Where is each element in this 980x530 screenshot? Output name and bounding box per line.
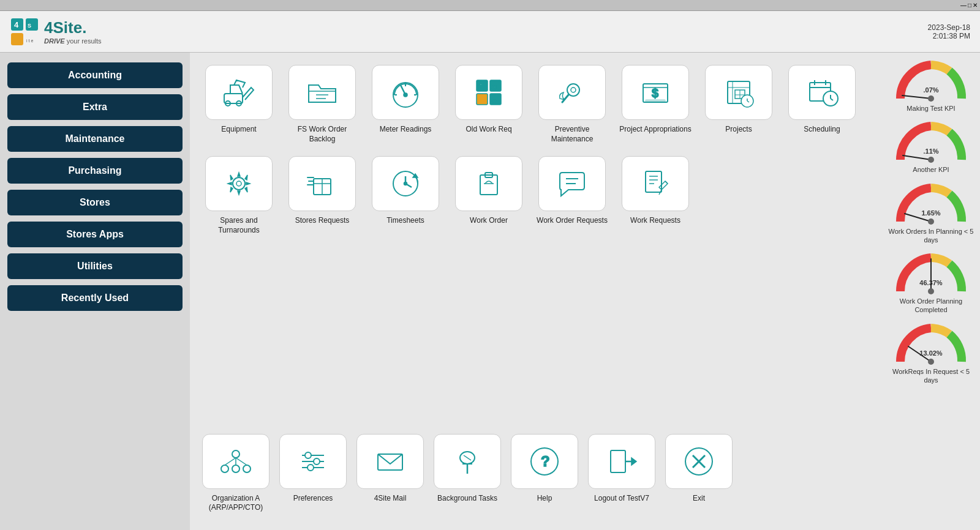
kpi-another: .11% Another KPI	[888, 120, 974, 174]
svg-text:.07%: .07%	[923, 86, 938, 94]
kpi-gauge-svg-5: 13.02%	[891, 322, 971, 366]
app-work-order-requests[interactable]: Work Order Requests	[535, 156, 609, 235]
app-exit-label: Exit	[693, 494, 705, 504]
content-area: Equipment FS Work Order Backlog	[190, 53, 882, 530]
app-logout[interactable]: Logout of TestV7	[588, 434, 655, 513]
svg-point-25	[571, 88, 576, 92]
app-scheduling-label: Scheduling	[804, 125, 840, 135]
app-old-work-req[interactable]: 4 Si te Old Work Req	[452, 65, 526, 144]
logo-icon: 4 S i t e	[10, 17, 39, 47]
main-area: Accounting Extra Maintenance Purchasing …	[0, 53, 980, 530]
app-org-label: Organization A(ARP/APP/CTO)	[209, 494, 263, 513]
app-org-a[interactable]: Organization A(ARP/APP/CTO)	[202, 434, 270, 513]
kpi-wo-planning-completed: 46.37% Work Order Planning Completed	[888, 252, 974, 315]
svg-point-99	[928, 218, 934, 225]
svg-line-72	[236, 458, 247, 465]
app-work-order[interactable]: Work Order	[452, 156, 526, 235]
app-grid-row1: Equipment FS Work Order Backlog	[202, 65, 870, 144]
svg-point-66	[232, 450, 239, 458]
svg-rect-85	[611, 450, 625, 472]
svg-point-96	[928, 157, 934, 163]
svg-point-93	[928, 95, 934, 102]
app-timesheets[interactable]: Timesheets	[369, 156, 442, 235]
sidebar-item-stores-apps[interactable]: Stores Apps	[7, 222, 183, 247]
app-project-appropriations[interactable]: $ Project Appropriations	[619, 65, 692, 144]
app-stores-req-label: Stores Requests	[295, 216, 350, 226]
svg-text:1.65%: 1.65%	[921, 209, 940, 217]
app-scheduling[interactable]: Scheduling	[785, 65, 859, 144]
sidebar-item-stores[interactable]: Stores	[7, 190, 183, 215]
maximize-button[interactable]: □	[968, 2, 971, 9]
logo-text: 4Site. DRIVE your results	[44, 18, 102, 45]
kpi-making-test-label: Making Test KPI	[907, 104, 955, 113]
datetime: 2023-Sep-18 2:01:38 PM	[928, 23, 970, 40]
svg-rect-19	[477, 94, 488, 105]
kpi-gauge-svg-2: .11%	[891, 120, 971, 164]
svg-line-95	[903, 155, 931, 160]
sidebar-item-purchasing[interactable]: Purchasing	[7, 158, 183, 184]
app-work-requests[interactable]: Work Requests	[619, 156, 692, 235]
app-projects[interactable]: Projects	[702, 65, 775, 144]
app-spares[interactable]: Spares and Turnarounds	[202, 156, 276, 235]
app-work-req-label: Work Requests	[630, 216, 680, 226]
app-projects-label: Projects	[725, 125, 752, 135]
app-help[interactable]: ? Help	[511, 434, 578, 513]
app-background-tasks[interactable]: Background Tasks	[434, 434, 501, 513]
app-preventive-maintenance[interactable]: Preventive Maintenance	[535, 65, 609, 144]
svg-point-67	[221, 465, 228, 472]
sidebar-item-extra[interactable]: Extra	[7, 94, 183, 120]
sidebar: Accounting Extra Maintenance Purchasing …	[0, 53, 190, 530]
sidebar-item-maintenance[interactable]: Maintenance	[7, 126, 183, 152]
header: 4 S i t e 4Site. DRIVE your results 2023…	[0, 11, 980, 53]
close-button[interactable]: ✕	[973, 2, 978, 9]
svg-text:46.37%: 46.37%	[919, 279, 943, 286]
app-meter-readings[interactable]: Meter Readings	[369, 65, 442, 144]
svg-point-44	[233, 177, 245, 190]
svg-marker-87	[631, 458, 636, 465]
brand-name: 4Site.	[44, 18, 102, 37]
app-exit[interactable]: Exit	[665, 434, 733, 513]
logo-area: 4 S i t e 4Site. DRIVE your results	[10, 17, 102, 47]
app-equipment-label: Equipment	[221, 125, 256, 135]
minimize-button[interactable]: —	[960, 2, 967, 9]
sidebar-item-recently-used[interactable]: Recently Used	[7, 285, 183, 311]
app-help-label: Help	[537, 494, 552, 504]
kpi-wo-planning-label: Work Orders In Planning < 5 days	[888, 227, 974, 245]
app-grid-row2: Spares and Turnarounds Stores Req	[202, 156, 870, 235]
app-equipment[interactable]: Equipment	[202, 65, 276, 144]
svg-point-69	[243, 465, 251, 472]
svg-text:4: 4	[14, 20, 19, 29]
app-4site-mail[interactable]: 4Site Mail	[356, 434, 424, 513]
sidebar-item-accounting[interactable]: Accounting	[7, 62, 183, 88]
app-wo-requests-label: Work Order Requests	[537, 216, 608, 226]
svg-point-105	[928, 359, 934, 365]
svg-point-53	[404, 182, 407, 185]
svg-text:S: S	[28, 23, 31, 29]
kpi-work-orders-planning: 1.65% Work Orders In Planning < 5 days	[888, 182, 974, 245]
title-bar: — □ ✕	[0, 0, 980, 11]
app-pm-label: Preventive Maintenance	[535, 125, 609, 144]
svg-text:i t e: i t e	[26, 39, 33, 43]
app-timesheets-label: Timesheets	[386, 216, 424, 226]
svg-text:$: $	[652, 86, 658, 100]
svg-line-65	[665, 181, 668, 184]
sidebar-item-utilities[interactable]: Utilities	[7, 253, 183, 279]
app-preferences[interactable]: Preferences	[279, 434, 347, 513]
kpi-wo-completed-label: Work Order Planning Completed	[888, 297, 974, 315]
svg-line-92	[902, 95, 931, 99]
tagline: DRIVE your results	[44, 37, 102, 45]
svg-text:te: te	[492, 98, 496, 103]
svg-point-78	[307, 465, 314, 471]
app-fs-wo-label: FS Work Order Backlog	[285, 125, 359, 144]
kpi-panel: .07% Making Test KPI .11% Another KPI	[882, 53, 980, 530]
app-logout-label: Logout of TestV7	[594, 494, 649, 504]
svg-point-102	[928, 288, 934, 294]
svg-text:13.02%: 13.02%	[919, 349, 943, 357]
svg-text:4: 4	[478, 83, 483, 90]
app-bg-tasks-label: Background Tasks	[437, 494, 497, 504]
svg-text:.11%: .11%	[923, 147, 938, 155]
app-stores-requests[interactable]: Stores Requests	[285, 156, 359, 235]
svg-rect-60	[646, 171, 662, 192]
app-fs-work-order[interactable]: FS Work Order Backlog	[285, 65, 359, 144]
kpi-gauge-svg-4: 46.37%	[891, 252, 971, 296]
